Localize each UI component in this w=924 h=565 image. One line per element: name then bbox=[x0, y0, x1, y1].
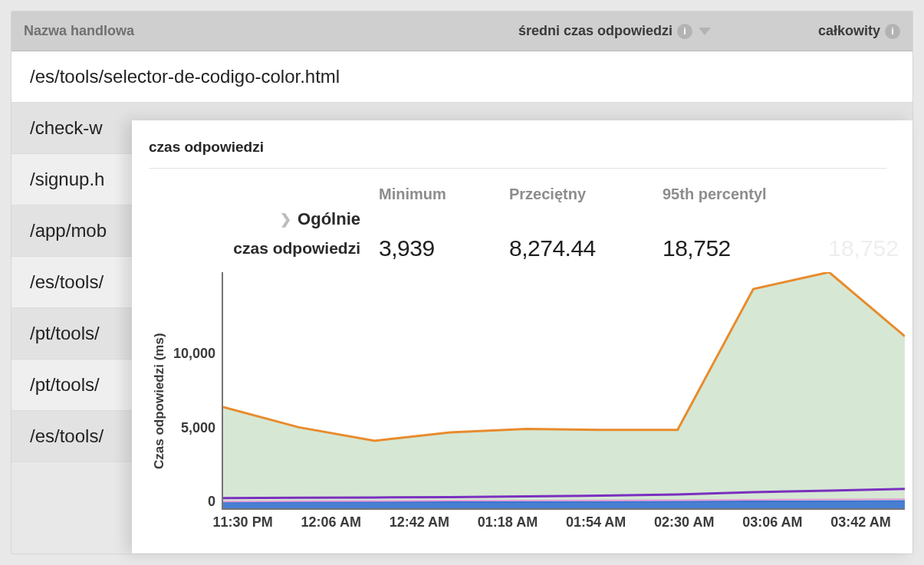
overall-toggle[interactable]: ❯ Ogólnie bbox=[149, 209, 379, 229]
info-icon[interactable]: i bbox=[677, 24, 692, 39]
x-tick: 01:18 AM bbox=[463, 514, 551, 531]
stat-header-p95: 95th percentyl bbox=[663, 186, 801, 203]
col-header-total-label: całkowity bbox=[818, 23, 880, 39]
chart-svg bbox=[222, 272, 905, 510]
chart: Czas odpowiedzi (ms) . 10,000 5,000 0 11… bbox=[149, 272, 905, 531]
x-tick: 12:42 AM bbox=[375, 514, 463, 531]
x-tick: 02:30 AM bbox=[640, 514, 728, 531]
x-tick: 03:42 AM bbox=[817, 514, 905, 531]
stat-header-avg: Przeciętny bbox=[509, 186, 663, 203]
stats-block: Minimum Przeciętny 95th percentyl ❯ Ogól… bbox=[149, 169, 905, 268]
main-panel: Nazwa handlowa średni czas odpowiedzi i … bbox=[11, 11, 913, 554]
col-header-total[interactable]: całkowity i bbox=[818, 23, 900, 39]
x-tick: 11:30 PM bbox=[199, 514, 287, 531]
table-row[interactable]: /es/tools/selector-de-codigo-color.html bbox=[12, 51, 912, 103]
chart-y-axis-label: Czas odpowiedzi (ms) bbox=[149, 272, 170, 531]
detail-flyout: czas odpowiedzi Minimum Przeciętny 95th … bbox=[132, 120, 912, 554]
y-tick: 0 bbox=[208, 494, 215, 510]
chart-y-ticks: . 10,000 5,000 0 bbox=[170, 272, 222, 510]
flyout-title: czas odpowiedzi bbox=[149, 139, 886, 169]
chevron-down-icon[interactable] bbox=[699, 28, 711, 35]
x-tick: 12:06 AM bbox=[287, 514, 375, 531]
stat-header-min: Minimum bbox=[379, 186, 509, 203]
x-tick: 01:54 AM bbox=[552, 514, 640, 531]
stat-value-ghost: 18,752 bbox=[801, 235, 905, 261]
stat-value-min: 3,939 bbox=[379, 235, 509, 261]
y-tick: 5,000 bbox=[181, 420, 215, 436]
stat-value-p95: 18,752 bbox=[663, 235, 801, 261]
chart-plot-area: 11:30 PM12:06 AM12:42 AM01:18 AM01:54 AM… bbox=[222, 272, 905, 531]
overall-label-text: Ogólnie bbox=[298, 209, 360, 229]
x-tick: 03:06 AM bbox=[728, 514, 817, 531]
stat-row-label: czas odpowiedzi bbox=[149, 239, 379, 258]
y-tick: 10,000 bbox=[173, 346, 215, 362]
info-icon[interactable]: i bbox=[885, 24, 900, 39]
col-header-response-time-label: średni czas odpowiedzi bbox=[518, 23, 672, 39]
table-header: Nazwa handlowa średni czas odpowiedzi i … bbox=[12, 11, 912, 51]
col-header-response-time[interactable]: średni czas odpowiedzi i bbox=[518, 23, 711, 39]
stat-value-avg: 8,274.44 bbox=[509, 235, 663, 261]
col-header-name[interactable]: Nazwa handlowa bbox=[24, 23, 518, 39]
chart-x-ticks: 11:30 PM12:06 AM12:42 AM01:18 AM01:54 AM… bbox=[199, 510, 905, 531]
chevron-right-icon: ❯ bbox=[280, 211, 291, 228]
